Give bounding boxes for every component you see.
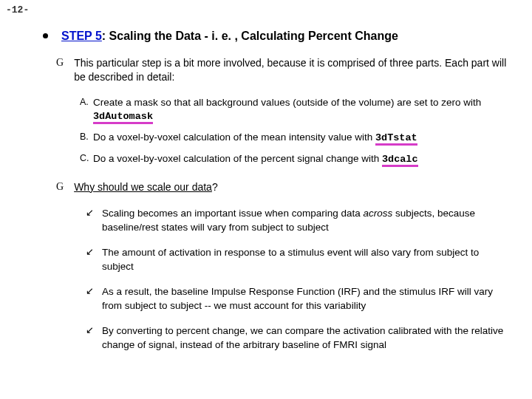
sub-bullet-icon: G: [56, 56, 64, 69]
ordered-steps: A. Create a mask so that all background …: [80, 96, 511, 167]
step-body: Create a mask so that all background val…: [93, 96, 511, 123]
question-text: Why should we scale our data?: [74, 180, 511, 194]
step-text: Create a mask so that all background val…: [93, 97, 481, 108]
step-a: A. Create a mask so that all background …: [80, 96, 511, 123]
step-text: Do a voxel-by-voxel calculation of the m…: [93, 132, 375, 143]
heading-rest: : Scaling the Data - i. e. , Calculating…: [102, 30, 398, 42]
arrow-icon: ↙: [86, 206, 102, 220]
question-block: G Why should we scale our data?: [56, 180, 511, 194]
step-body: Do a voxel-by-voxel calculation of the m…: [93, 131, 511, 145]
step-b: B. Do a voxel-by-voxel calculation of th…: [80, 131, 511, 145]
reasons-list: ↙ Scaling becomes an important issue whe…: [86, 206, 511, 353]
step-letter: A.: [80, 96, 93, 109]
question-underline: Why should we scale our data: [74, 181, 212, 193]
command-3dautomask: 3dAutomask: [93, 111, 153, 124]
step-body: Do a voxel-by-voxel calculation of the p…: [93, 152, 511, 166]
reason-item: ↙ The amount of activation in response t…: [86, 245, 511, 274]
step-letter: B.: [80, 131, 93, 143]
arrow-icon: ↙: [86, 245, 102, 259]
reason-frag: Scaling becomes an important issue when …: [102, 208, 363, 219]
page-number: -12-: [6, 4, 29, 16]
sub-bullet-icon: G: [56, 180, 64, 194]
intro-text: This particular step is a bit more invol…: [74, 56, 511, 84]
reason-item: ↙ As a result, the baseline Impulse Resp…: [86, 284, 511, 313]
heading-row: STEP 5: Scaling the Data - i. e. , Calcu…: [43, 30, 511, 43]
reason-text: The amount of activation in response to …: [102, 245, 511, 274]
arrow-icon: ↙: [86, 284, 102, 299]
heading: STEP 5: Scaling the Data - i. e. , Calcu…: [61, 30, 398, 43]
command-3dtstat: 3dTstat: [375, 132, 417, 146]
step-c: C. Do a voxel-by-voxel calculation of th…: [80, 152, 511, 166]
step-text: Do a voxel-by-voxel calculation of the p…: [93, 153, 382, 164]
arrow-icon: ↙: [86, 324, 102, 338]
question-mark: ?: [212, 181, 218, 193]
reason-item: ↙ Scaling becomes an important issue whe…: [86, 206, 511, 235]
command-3dcalc: 3dcalc: [382, 154, 418, 167]
heading-step: STEP 5: [61, 30, 102, 42]
page-content: STEP 5: Scaling the Data - i. e. , Calcu…: [0, 0, 532, 352]
step-letter: C.: [80, 152, 93, 165]
reason-text: As a result, the baseline Impulse Respon…: [102, 284, 511, 313]
bullet-icon: [43, 33, 48, 38]
reason-text: By converting to percent change, we can …: [102, 324, 511, 352]
reason-emph: across: [363, 208, 392, 219]
reason-item: ↙ By converting to percent change, we ca…: [86, 324, 511, 352]
intro-block: G This particular step is a bit more inv…: [56, 56, 511, 84]
reason-text: Scaling becomes an important issue when …: [102, 206, 511, 235]
